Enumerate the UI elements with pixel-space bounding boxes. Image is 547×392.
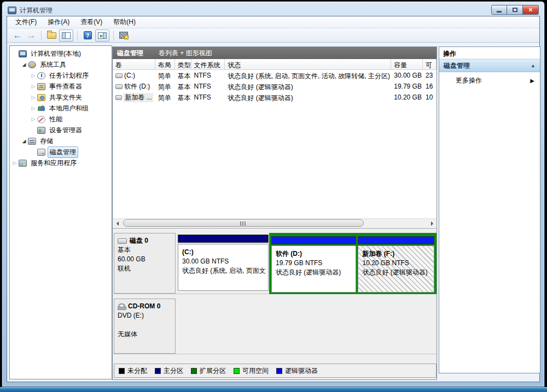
disk-0-row: 磁盘 0 基本 60.00 GB 联机 (C:) 30.00 GB NTFS 状… bbox=[114, 233, 437, 294]
disk-0-size: 60.00 GB bbox=[118, 255, 172, 264]
tree-item-task-scheduler[interactable]: ▷ 任务计划程序 bbox=[10, 70, 112, 81]
device-manager-icon bbox=[37, 127, 45, 134]
show-action-pane-button[interactable] bbox=[95, 30, 109, 42]
tree-item-system-tools[interactable]: ◢ 系统工具 bbox=[10, 59, 112, 70]
menu-file[interactable]: 文件(F) bbox=[10, 16, 42, 28]
primary-swatch-icon bbox=[155, 368, 161, 374]
menu-view[interactable]: 查看(V) bbox=[75, 16, 107, 28]
toolbar-separator bbox=[113, 31, 114, 40]
primary-partition-bar bbox=[178, 235, 269, 243]
scrollbar-track[interactable] bbox=[122, 219, 427, 227]
legend-logical-drive: 逻辑驱动器 bbox=[276, 366, 318, 376]
computer-management-window: 计算机管理 × 文件(F) 操作(A) 查看(V) 帮助(H) ← → ? bbox=[2, 1, 545, 387]
volume-row-d[interactable]: 软件 (D:) 简单 基本 NTFS 状态良好 (逻辑驱动器) 19.79 GB… bbox=[113, 81, 437, 92]
menu-help[interactable]: 帮助(H) bbox=[108, 16, 141, 28]
column-volume[interactable]: 卷 bbox=[113, 59, 155, 69]
console-settings-button[interactable] bbox=[118, 30, 130, 42]
legend-primary-partition: 主分区 bbox=[155, 366, 183, 376]
forward-button[interactable]: → bbox=[25, 30, 37, 42]
pane-header: 磁盘管理 卷列表 + 图形视图 bbox=[113, 47, 437, 59]
disk-0-status: 联机 bbox=[118, 264, 172, 273]
partition-d[interactable]: 软件 (D:) 19.79 GB NTFS 状态良好 (逻辑驱动器) bbox=[271, 236, 356, 294]
cdrom-0-label[interactable]: CD-ROM 0 DVD (E:) 无媒体 bbox=[114, 299, 176, 354]
back-icon: ← bbox=[13, 31, 22, 40]
actions-section-disk-management[interactable]: 磁盘管理 ▲ bbox=[439, 59, 540, 72]
scrollbar-thumb[interactable] bbox=[123, 219, 364, 227]
cdrom-0-row: CD-ROM 0 DVD (E:) 无媒体 bbox=[114, 299, 437, 354]
scroll-left-button[interactable] bbox=[113, 219, 122, 228]
services-applications-icon bbox=[19, 160, 27, 167]
horizontal-scrollbar[interactable] bbox=[113, 218, 437, 227]
extended-partition: 软件 (D:) 19.79 GB NTFS 状态良好 (逻辑驱动器) 新加卷 (… bbox=[269, 233, 437, 294]
folder-icon bbox=[47, 32, 56, 39]
task-scheduler-icon bbox=[37, 72, 45, 79]
tree-item-shared-folders[interactable]: ▷ 共享文件夹 bbox=[10, 92, 112, 103]
unallocated-swatch-icon bbox=[119, 368, 125, 374]
collapse-section-icon[interactable]: ▲ bbox=[531, 63, 536, 68]
expander-collapsed-icon[interactable]: ▷ bbox=[11, 160, 19, 166]
partition-c[interactable]: (C:) 30.00 GB NTFS 状态良好 (系统, 启动, 页面文 bbox=[178, 235, 269, 292]
volume-row-c[interactable]: (C:) 简单 基本 NTFS 状态良好 (系统, 启动, 页面文件, 活动, … bbox=[113, 70, 437, 81]
extended-swatch-icon bbox=[191, 368, 197, 374]
cdrom-media-status: 无媒体 bbox=[118, 330, 172, 339]
actions-pane: 操作 磁盘管理 ▲ 更多操作 ▶ bbox=[439, 46, 540, 373]
tree-item-services-applications[interactable]: ▷ 服务和应用程序 bbox=[10, 157, 112, 168]
logical-drive-bar bbox=[358, 236, 434, 244]
tree-item-performance[interactable]: ▷ 性能 bbox=[10, 114, 112, 125]
pane-title: 磁盘管理 bbox=[117, 49, 143, 58]
back-button[interactable]: ← bbox=[11, 30, 24, 42]
console-settings-icon bbox=[119, 32, 128, 39]
maximize-button[interactable] bbox=[507, 5, 523, 15]
close-button[interactable]: × bbox=[523, 5, 539, 15]
disk-icon bbox=[118, 238, 127, 244]
legend-free-space: 可用空间 bbox=[234, 366, 269, 376]
show-console-tree-button[interactable] bbox=[59, 30, 73, 42]
tree-item-event-viewer[interactable]: ▷ 事件查看器 bbox=[10, 81, 112, 92]
disk-0-type: 基本 bbox=[118, 245, 172, 255]
client-area: 文件(F) 操作(A) 查看(V) 帮助(H) ← → ? 计算机管理(本 bbox=[7, 16, 540, 382]
legend-extended-partition: 扩展分区 bbox=[191, 366, 226, 376]
logical-drive-bar bbox=[271, 236, 356, 244]
tree-item-storage[interactable]: ◢ 存储 bbox=[10, 136, 112, 147]
partition-f-selected[interactable]: 新加卷 (F:) 10.20 GB NTFS 状态良好 (逻辑驱动器) bbox=[358, 236, 434, 294]
toolbar-separator bbox=[41, 31, 42, 40]
volume-row-f[interactable]: 新加卷 ... 简单 基本 NTFS 状态良好 (逻辑驱动器) 10.20 GB… bbox=[113, 92, 437, 103]
expander-collapsed-icon[interactable]: ▷ bbox=[30, 116, 37, 122]
column-free[interactable]: 可 bbox=[423, 59, 437, 69]
local-users-groups-icon bbox=[37, 105, 45, 112]
column-filesystem[interactable]: 文件系统 bbox=[191, 59, 225, 69]
taskbar-edge bbox=[0, 387, 547, 392]
expander-expanded-icon[interactable]: ◢ bbox=[20, 62, 28, 67]
more-actions-item[interactable]: 更多操作 ▶ bbox=[439, 72, 540, 89]
toolbar: ← → ? bbox=[7, 28, 539, 43]
tree-item-computer-management[interactable]: 计算机管理(本地) bbox=[10, 48, 112, 59]
window-title: 计算机管理 bbox=[20, 6, 53, 15]
help-button[interactable]: ? bbox=[82, 30, 94, 42]
disk-0-label[interactable]: 磁盘 0 基本 60.00 GB 联机 bbox=[114, 233, 176, 294]
event-viewer-icon bbox=[37, 83, 45, 90]
column-type[interactable]: 类型 bbox=[175, 59, 191, 69]
expander-collapsed-icon[interactable]: ▷ bbox=[30, 84, 37, 89]
menu-bar: 文件(F) 操作(A) 查看(V) 帮助(H) bbox=[7, 16, 539, 28]
tree-item-local-users-groups[interactable]: ▷ 本地用户和组 bbox=[10, 103, 112, 114]
minimize-button[interactable] bbox=[491, 5, 507, 15]
cdrom-icon bbox=[118, 303, 125, 310]
volume-icon bbox=[115, 95, 122, 100]
column-capacity[interactable]: 容量 bbox=[391, 59, 423, 69]
tree-item-device-manager[interactable]: 设备管理器 bbox=[10, 125, 112, 136]
expander-collapsed-icon[interactable]: ▷ bbox=[30, 95, 37, 100]
expander-collapsed-icon[interactable]: ▷ bbox=[30, 73, 37, 78]
menu-action[interactable]: 操作(A) bbox=[43, 16, 74, 28]
cdrom-drive-letter: DVD (E:) bbox=[118, 311, 172, 320]
volume-icon bbox=[115, 84, 123, 89]
expander-collapsed-icon[interactable]: ▷ bbox=[30, 106, 37, 111]
expander-expanded-icon[interactable]: ◢ bbox=[20, 138, 28, 144]
column-layout[interactable]: 布局 bbox=[155, 59, 175, 69]
maximize-icon bbox=[513, 8, 517, 12]
column-status[interactable]: 状态 bbox=[225, 59, 391, 69]
window-controls: × bbox=[491, 5, 539, 15]
scroll-right-button[interactable] bbox=[427, 219, 437, 228]
minimize-icon bbox=[497, 11, 502, 13]
tree-item-disk-management[interactable]: 磁盘管理 bbox=[10, 147, 112, 157]
up-level-button[interactable] bbox=[45, 30, 57, 42]
